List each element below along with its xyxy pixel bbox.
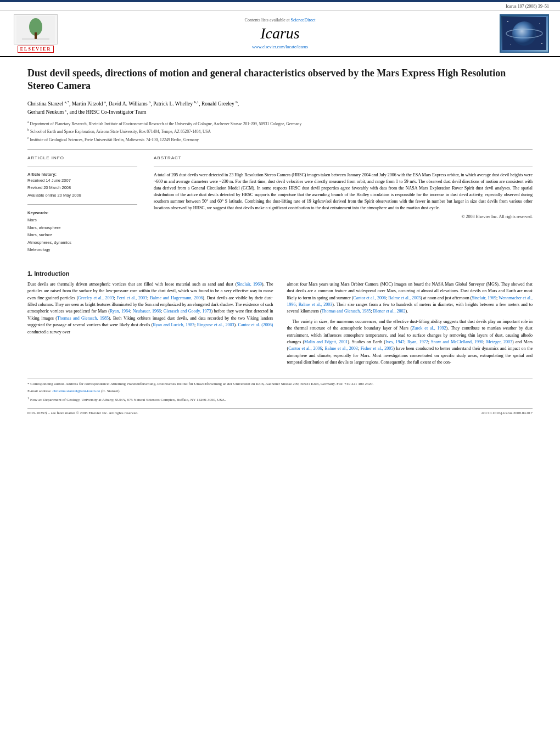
ref-zurek-1992[interactable]: Zurek et al., 1992 [412, 326, 446, 331]
sciencedirect-line: Contents lists available at ScienceDirec… [71, 18, 489, 23]
footnote-1: * Corresponding author. Address for corr… [27, 381, 533, 387]
ref-fisher-2005[interactable]: Fisher et al., 2005 [361, 346, 394, 351]
section-number: 1. [27, 270, 32, 277]
abstract-label: ABSTRACT [154, 155, 533, 160]
revised-date: Revised 20 March 2008 [27, 184, 137, 192]
author-david: David A. Williams b [109, 101, 151, 107]
journal-url: www.elsevier.com/locate/icarus [71, 44, 489, 49]
affiliation-a: a Department of Planetary Research, Rhei… [27, 120, 533, 127]
author-patrick: Patrick L. Whelley b,1 [153, 101, 199, 107]
footnote-email-link[interactable]: christina.stanzel@uni-koeln.de [53, 389, 100, 393]
footnote-email: E-mail address: christina.stanzel@uni-ko… [27, 388, 533, 394]
divider-2 [27, 166, 137, 166]
svg-point-5 [512, 21, 536, 46]
footer-doi: doi:10.1016/j.icarus.2008.04.017 [481, 411, 533, 415]
svg-point-8 [539, 23, 540, 24]
journal-name: Icarus [71, 25, 489, 42]
affiliation-c: c Institute of Geological Sciences, Frei… [27, 136, 533, 143]
journal-url-link[interactable]: www.elsevier.com/locate/icarus [252, 44, 308, 49]
divider-3 [27, 204, 137, 205]
ref-balme-2003c[interactable]: Balme et al., 2003 [324, 346, 357, 351]
intro-right-col: almost four Mars years using Mars Orbite… [287, 281, 533, 370]
received-date: Received 14 June 2007 [27, 177, 137, 185]
sciencedirect-link[interactable]: ScienceDirect [291, 18, 316, 23]
ref-ferri-2003[interactable]: Ferri et al., 2003 [117, 295, 147, 300]
keyword-5: Meteorology [27, 246, 137, 254]
authors-line: Christina Stanzel a,*, Martin Pätzold a,… [27, 99, 533, 116]
abstract-paragraph: A total of 205 dust devils were detected… [154, 172, 533, 211]
svg-point-7 [507, 21, 508, 22]
journal-logo [500, 14, 549, 53]
journal-header-center: Contents lists available at ScienceDirec… [60, 18, 500, 49]
citation-text: Icarus 197 (2008) 39–51 [506, 4, 549, 9]
intro-para-1: Dust devils are thermally driven atmosph… [27, 281, 273, 336]
keywords-group: Keywords: Mars Mars, atmosphere Mars, su… [27, 210, 137, 254]
page: Icarus 197 (2008) 39–51 ELSEVIER Content… [0, 0, 560, 742]
main-content: Dust devil speeds, directions of motion … [0, 57, 560, 426]
divider-4 [154, 166, 533, 166]
ref-neubauer-1966[interactable]: Neubauer, 1966 [133, 309, 161, 314]
ref-balme-2003b[interactable]: Balme et al., 2003 [299, 302, 333, 307]
section-title: Introduction [34, 270, 69, 277]
article-info-label: ARTICLE INFO [27, 155, 137, 160]
abstract-body: A total of 205 dust devils were detected… [154, 172, 533, 211]
ref-balme-2006[interactable]: Balme and Hagermann, 2006 [150, 295, 203, 300]
journal-logo-inner [501, 16, 548, 52]
section-heading-1: 1. Introduction [27, 270, 533, 277]
author-martin: Martin Pätzold a [72, 101, 106, 107]
affiliation-b: b School of Earth and Space Exploration,… [27, 127, 533, 135]
keywords-list: Mars Mars, atmosphere Mars, surface Atmo… [27, 216, 137, 254]
footnote-2: 1 Now at: Department of Geology, Univers… [27, 396, 533, 403]
ref-greeley-2003[interactable]: Greeley et al., 2003 [78, 295, 114, 300]
ref-ryan-1972[interactable]: Ryan, 1972 [407, 339, 428, 344]
keyword-3: Mars, surface [27, 231, 137, 239]
journal-header: ELSEVIER Contents lists available at Sci… [0, 11, 560, 57]
affiliation-c-text: Institute of Geological Sciences, Freie … [30, 137, 199, 142]
page-footer: 0019-1035/$ – see front matter © 2008 El… [27, 408, 533, 415]
elsevier-logo: ELSEVIER [11, 14, 60, 53]
article-info-col: ARTICLE INFO Article history: Received 1… [27, 155, 137, 259]
available-date: Available online 20 May 2008 [27, 192, 137, 199]
history-label: Article history: [27, 172, 137, 177]
svg-rect-2 [35, 32, 37, 39]
abstract-copyright: © 2008 Elsevier Inc. All rights reserved… [154, 214, 533, 219]
intro-para-2: almost four Mars years using Mars Orbite… [287, 281, 533, 315]
svg-point-9 [510, 44, 511, 44]
article-title: Dust devil speeds, directions of motion … [27, 67, 533, 93]
info-abstract-section: ARTICLE INFO Article history: Received 1… [27, 155, 533, 259]
ref-cantor-2006b[interactable]: Cantor et al., 2006 [353, 295, 386, 300]
ref-balme-2003[interactable]: Balme et al., 2003 [388, 295, 421, 300]
ref-cantor-2006c[interactable]: Cantor et al., 2006 [288, 346, 322, 351]
ref-ives-1947[interactable]: Ives, 1947 [385, 339, 405, 344]
ref-snow-1990[interactable]: Snow and McClelland, 1990 [431, 339, 483, 344]
ref-gierasch-1973[interactable]: Gierasch and Goody, 1973 [164, 309, 211, 314]
elsevier-label: ELSEVIER [18, 46, 54, 53]
article-history: Article history: Received 14 June 2007 R… [27, 172, 137, 199]
ref-blener-2002[interactable]: Blener et al., 2002 [373, 309, 406, 314]
ref-cantor-2006[interactable]: Cantor et al. (2006) [238, 322, 273, 327]
ref-metzger-2003[interactable]: Metzger, 2003 [486, 339, 512, 344]
history-dates: Received 14 June 2007 Revised 20 March 2… [27, 177, 137, 199]
author-gerhard: Gerhard Neukum c [27, 109, 67, 115]
affiliation-a-text: Department of Planetary Research, Rheini… [30, 121, 302, 126]
intro-left-col: Dust devils are thermally driven atmosph… [27, 281, 273, 370]
ref-sinclair-1969[interactable]: Sinclair, 1969 [237, 282, 262, 287]
footer-copyright: 0019-1035/$ – see front matter © 2008 El… [27, 411, 138, 415]
intro-two-col: Dust devils are thermally driven atmosph… [27, 281, 533, 370]
keywords-label: Keywords: [27, 210, 137, 215]
affiliations: a Department of Planetary Research, Rhei… [27, 120, 533, 143]
keyword-4: Atmospheres, dynamics [27, 239, 137, 247]
ref-sinclair-1969b[interactable]: Sinclair, 1969 [472, 295, 496, 300]
ref-thomas-gierasch-1985[interactable]: Thomas and Gierasch, 1985 [322, 309, 371, 314]
ref-ringrose-2003[interactable]: Ringrose et al., 2003 [197, 322, 234, 327]
intro-para-3: The variety in sizes, the numerous occur… [287, 319, 533, 366]
svg-point-10 [541, 43, 542, 44]
keyword-1: Mars [27, 216, 137, 224]
ref-thomas-1985[interactable]: Thomas and Gierasch, 1985 [57, 316, 109, 321]
ref-ryan-1964[interactable]: Ryan, 1964 [110, 309, 130, 314]
keyword-2: Mars, atmosphere [27, 224, 137, 232]
ref-malin-2001[interactable]: Malin and Edgett, 2001 [304, 339, 348, 344]
ref-ryan-1983[interactable]: Ryan and Lucich, 1983 [153, 322, 194, 327]
abstract-col: ABSTRACT A total of 205 dust devils were… [154, 155, 533, 259]
author-ronald: Ronald Greeley b [201, 101, 238, 107]
